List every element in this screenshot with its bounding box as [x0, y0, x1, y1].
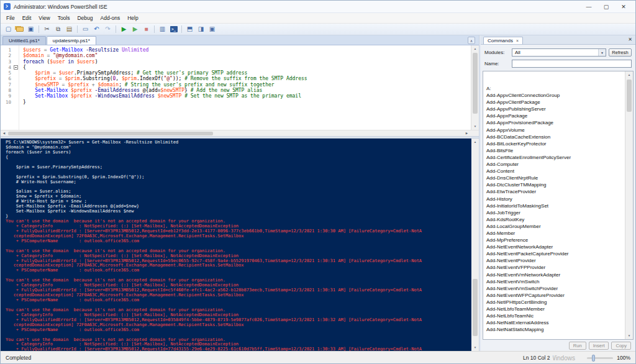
save-button[interactable]: ▣: [25, 24, 36, 34]
menu-view[interactable]: View: [35, 14, 53, 22]
command-list-item[interactable]: Add-NetEventVmSwitchProvider: [483, 285, 625, 292]
new-script-button[interactable]: ▢: [3, 24, 14, 34]
console-pane[interactable]: PS C:\WINDOWS\system32> $users = Get-Mai…: [1, 139, 479, 351]
close-button[interactable]: ✕: [615, 2, 632, 12]
command-list-item[interactable]: Add-NetEventWFPCaptureProvider: [483, 292, 625, 299]
zoom-slider[interactable]: [587, 357, 613, 359]
editor-tab-bar: Untitled1.ps1*updatesmtp.ps1* ∧: [1, 35, 479, 45]
command-list-item[interactable]: Add-DnsClientNrptRule: [483, 175, 625, 181]
commands-insert-button[interactable]: Insert: [589, 342, 609, 350]
command-list-item[interactable]: Add-NetIPHttpsCertBinding: [483, 299, 625, 306]
command-list-item[interactable]: Add-History: [483, 196, 625, 202]
close-panel-icon[interactable]: ✕: [628, 37, 632, 42]
command-list-item[interactable]: Add-NetEventPacketCaptureProvider: [483, 250, 625, 257]
command-list-item[interactable]: Add-NetNatStaticMapping: [483, 326, 625, 333]
scroll-down-icon[interactable]: ▼: [625, 332, 633, 339]
command-list-item[interactable]: Add-AppvClientConnectionGroup: [483, 92, 625, 99]
command-list-item[interactable]: Add-AppxPackage: [483, 112, 625, 119]
maximize-button[interactable]: ▢: [597, 2, 615, 12]
command-list-item[interactable]: Add-BitLockerKeyProtector: [483, 140, 625, 147]
hide-script-pane-button[interactable]: ∧: [468, 37, 475, 44]
command-list-item[interactable]: Add-LocalGroupMember: [483, 223, 625, 230]
scroll-up-icon[interactable]: ▲: [471, 139, 479, 145]
name-filter-input[interactable]: [512, 60, 632, 68]
undo-button[interactable]: ↶: [91, 24, 102, 34]
command-list-item[interactable]: Add-NetEventVFPProvider: [483, 264, 625, 271]
fold-marker-icon[interactable]: [14, 65, 18, 70]
editor-vertical-scrollbar[interactable]: ▲ ▼: [471, 45, 479, 130]
modules-dropdown[interactable]: All ▼: [512, 48, 606, 57]
command-list-item[interactable]: Add-NetEventVmSwitch: [483, 278, 625, 285]
commands-run-button[interactable]: Run: [569, 342, 586, 350]
menu-help[interactable]: Help: [124, 14, 142, 22]
command-list-item[interactable]: Add-JobTrigger: [483, 209, 625, 216]
refresh-button[interactable]: Refresh: [609, 48, 632, 57]
script-editor[interactable]: 12345678910 $users = Get-Mailbox -Result…: [1, 45, 479, 130]
start-powershell-exe-button[interactable]: >_: [168, 24, 179, 34]
scroll-right-icon[interactable]: ▶: [463, 130, 470, 136]
command-list-item[interactable]: Add-AppxVolume: [483, 127, 625, 134]
copy-button[interactable]: ⧉: [53, 24, 63, 34]
editor-scrollbar-thumb[interactable]: [473, 53, 478, 114]
command-list-item[interactable]: Add-NetLbfoTeamMember: [483, 306, 625, 312]
command-list-item[interactable]: Add-AppvClientPackage: [483, 99, 625, 106]
menu-debug[interactable]: Debug: [73, 14, 96, 22]
dropdown-arrow-icon[interactable]: ▼: [598, 49, 606, 56]
command-list-item[interactable]: Add-AppvPublishingServer: [483, 106, 625, 112]
command-list-item[interactable]: Add-Content: [483, 168, 625, 175]
scroll-left-icon[interactable]: ◀: [1, 130, 7, 136]
editor-hscrollbar-thumb[interactable]: [8, 132, 213, 135]
stop-operation-button[interactable]: ■: [141, 24, 152, 34]
show-script-pane-right-button[interactable]: ◨: [196, 24, 206, 34]
scroll-up-icon[interactable]: ▲: [625, 71, 633, 78]
command-list-item[interactable]: Add-AppxProvisionedPackage: [483, 119, 625, 126]
command-list-item[interactable]: Add-NetEventVmNetworkAdapter: [483, 271, 625, 278]
run-selection-button[interactable]: ▶: [130, 24, 140, 34]
tab-untitled1[interactable]: Untitled1.ps1*: [2, 36, 46, 45]
cut-button[interactable]: ✂: [42, 24, 52, 34]
scroll-down-icon[interactable]: ▼: [471, 123, 479, 130]
command-list-item[interactable]: Add-CertificateEnrollmentPolicyServer: [483, 154, 625, 161]
command-list-item[interactable]: Add-NetEventNetworkAdapter: [483, 243, 625, 250]
menu-add-ons[interactable]: Add-ons: [97, 14, 124, 22]
console-vertical-scrollbar[interactable]: ▲ ▼: [471, 139, 479, 351]
command-list-item[interactable]: Add-InitiatorIdToMaskingSet: [483, 202, 625, 209]
editor-horizontal-scrollbar[interactable]: ◀ ▶: [1, 130, 479, 136]
menu-tools[interactable]: Tools: [54, 14, 74, 22]
command-list-item[interactable]: Add-NetEventProvider: [483, 257, 625, 264]
console-scrollbar-thumb[interactable]: [473, 279, 478, 336]
command-list-item[interactable]: Add-BCDataCacheExtension: [483, 134, 625, 140]
scroll-up-icon[interactable]: ▲: [471, 45, 479, 52]
commands-copy-button[interactable]: Copy: [611, 342, 631, 350]
tab-updatesmtp[interactable]: updatesmtp.ps1*: [47, 36, 96, 45]
show-script-pane-maximized-button[interactable]: ▣: [207, 24, 217, 34]
command-list-item[interactable]: Add-Computer: [483, 161, 625, 168]
scroll-down-icon[interactable]: ▼: [471, 344, 479, 351]
show-script-pane-top-button[interactable]: ⬒: [184, 24, 195, 34]
new-remote-powershell-tab-button[interactable]: ▥: [157, 24, 168, 34]
command-list-item[interactable]: Add-MpPreference: [483, 237, 625, 243]
run-script-button[interactable]: ▶: [119, 24, 129, 34]
menu-file[interactable]: File: [2, 14, 19, 22]
commands-list-scrollbar[interactable]: ▲ ▼: [625, 71, 633, 339]
command-list-item[interactable]: Add-NetLbfoTeamNic: [483, 312, 625, 319]
editor-code[interactable]: $users = Get-Mailbox -Resultsize Unlimit…: [19, 45, 471, 130]
command-list-item[interactable]: Add-Member: [483, 230, 625, 237]
zoom-slider-thumb[interactable]: [592, 355, 595, 362]
close-commands-tab-icon[interactable]: ×: [516, 39, 519, 43]
clear-console-button[interactable]: ▭: [80, 24, 91, 34]
run-selection-icon: ▶: [133, 26, 138, 32]
menu-edit[interactable]: Edit: [19, 14, 35, 22]
command-list-item[interactable]: Add-DtcClusterTMMapping: [483, 181, 625, 188]
command-list-item[interactable]: Add-NetNatExternalAddress: [483, 319, 625, 326]
minimize-button[interactable]: —: [580, 2, 597, 12]
command-list-item[interactable]: Add-EtwTraceProvider: [483, 188, 625, 195]
tab-commands[interactable]: Commands ×: [483, 37, 523, 44]
redo-button[interactable]: ↷: [102, 24, 113, 34]
open-script-button[interactable]: [14, 24, 25, 34]
paste-button[interactable]: ▤: [64, 24, 75, 34]
command-list-item[interactable]: Add-BitsFile: [483, 147, 625, 154]
commands-scrollbar-thumb[interactable]: [627, 80, 632, 112]
console-output[interactable]: PS C:\WINDOWS\system32> $users = Get-Mai…: [1, 139, 471, 351]
command-list-item[interactable]: Add-KdsRootKey: [483, 216, 625, 223]
